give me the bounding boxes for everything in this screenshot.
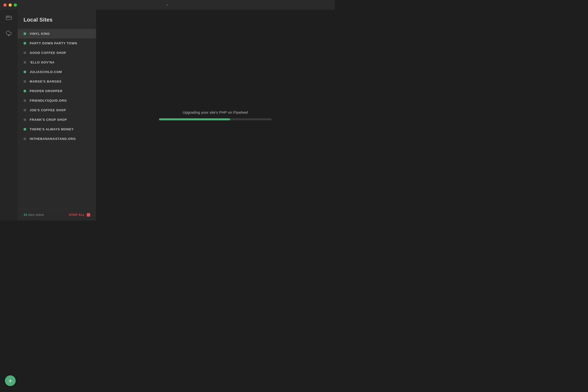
status-dot-offline (24, 80, 26, 83)
site-name: VINYL KING (30, 32, 50, 36)
minimize-button[interactable] (8, 4, 12, 6)
site-name: JULIASCHILD.COM (30, 70, 62, 74)
site-item[interactable]: FRIENDLYSQUID.ORG (18, 96, 96, 105)
status-dot-offline (24, 99, 26, 102)
sidebar-title: Local Sites (24, 17, 90, 23)
site-name: GOOD COFFEE SHOP (30, 51, 66, 55)
stop-all-square-icon (87, 213, 90, 216)
local-sites-icon[interactable] (4, 14, 13, 22)
progress-bar-fill (159, 118, 230, 120)
main-content: Upgrading your site's PHP on Flywheel (96, 10, 335, 220)
status-dot-offline (24, 61, 26, 64)
online-count: 10 (24, 213, 27, 216)
site-item[interactable]: MARGE'S BARGES (18, 77, 96, 86)
window-controls (4, 4, 17, 6)
status-dot-online (24, 128, 26, 130)
site-name: 'ELLO GOV'NA (30, 60, 55, 64)
site-item[interactable]: GOOD COFFEE SHOP (18, 48, 96, 58)
site-name: FRANK'S CROP SHOP (30, 118, 67, 122)
close-button[interactable] (4, 4, 6, 6)
status-dot-online (24, 90, 26, 92)
site-item[interactable]: PROPER DROPPER (18, 86, 96, 96)
site-name: PARTY DOWN PARTY TOWN (30, 42, 77, 45)
status-dot-online (24, 70, 26, 73)
site-item[interactable]: INTHEBANANASTAND.ORG (18, 134, 96, 144)
status-dot-offline (24, 118, 26, 121)
status-dot-offline (24, 52, 26, 54)
site-item[interactable]: VINYL KING (18, 29, 96, 38)
site-name: PROPER DROPPER (30, 89, 62, 93)
site-item[interactable]: THERE'S ALWAYS MONEY (18, 124, 96, 134)
site-name: JOE'S COFFEE SHOP (30, 108, 66, 112)
status-dot-online (24, 42, 26, 44)
progress-bar-container (159, 118, 272, 120)
cloud-icon[interactable] (4, 28, 13, 37)
upgrade-text: Upgrading your site's PHP on Flywheel (183, 110, 248, 114)
sites-list: VINYL KINGPARTY DOWN PARTY TOWNGOOD COFF… (18, 28, 96, 209)
maximize-button[interactable] (14, 4, 17, 6)
collapse-icon[interactable]: « (166, 3, 168, 7)
sidebar-header: Local Sites (18, 10, 96, 28)
site-item[interactable]: PARTY DOWN PARTY TOWN (18, 38, 96, 48)
site-item[interactable]: 'ELLO GOV'NA (18, 58, 96, 67)
status-dot-offline (24, 138, 26, 140)
online-count-label: sites online (27, 213, 44, 216)
sidebar: Local Sites VINYL KINGPARTY DOWN PARTY T… (18, 10, 96, 220)
icon-rail (0, 10, 18, 220)
site-item[interactable]: FRANK'S CROP SHOP (18, 115, 96, 124)
site-item[interactable]: JULIASCHILD.COM (18, 67, 96, 77)
sidebar-footer: 10 sites online STOP ALL (18, 209, 96, 220)
upgrade-panel: Upgrading your site's PHP on Flywheel (159, 110, 272, 120)
title-bar: « (0, 0, 335, 10)
stop-all-button[interactable]: STOP ALL (69, 213, 90, 216)
sites-online-count: 10 sites online (24, 213, 44, 216)
site-name: INTHEBANANASTAND.ORG (30, 137, 76, 141)
site-name: FRIENDLYSQUID.ORG (30, 99, 67, 102)
site-name: MARGE'S BARGES (30, 80, 62, 83)
site-item[interactable]: JOE'S COFFEE SHOP (18, 105, 96, 115)
status-dot-online (24, 32, 26, 35)
site-name: THERE'S ALWAYS MONEY (30, 128, 74, 131)
app-layout: Local Sites VINYL KINGPARTY DOWN PARTY T… (0, 10, 335, 220)
stop-all-label: STOP ALL (69, 213, 85, 216)
status-dot-offline (24, 109, 26, 112)
